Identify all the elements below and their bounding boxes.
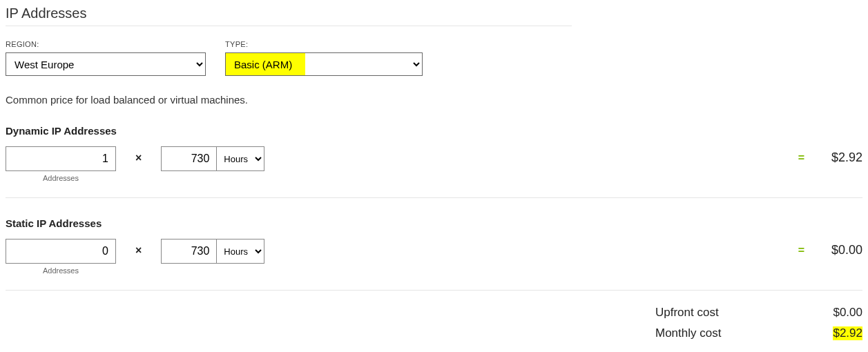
upfront-cost-label: Upfront cost [655, 306, 719, 320]
multiply-icon: × [135, 244, 142, 257]
equals-icon: = [798, 152, 804, 164]
dynamic-addresses-input[interactable] [6, 146, 116, 171]
dynamic-hours-input[interactable] [161, 146, 216, 171]
static-ip-row: Addresses × Hours = $0.00 [6, 239, 862, 291]
totals-block: Upfront cost $0.00 Monthly cost $2.92 [655, 306, 862, 347]
description-text: Common price for load balanced or virtua… [6, 94, 862, 106]
region-label: REGION: [6, 40, 206, 48]
region-select[interactable]: West Europe [6, 52, 206, 76]
static-hours-input[interactable] [161, 239, 216, 264]
region-field-group: REGION: West Europe [6, 40, 206, 76]
monthly-cost-label: Monthly cost [655, 326, 721, 340]
dynamic-price: $2.92 [821, 150, 862, 165]
equals-icon: = [798, 244, 804, 257]
dynamic-ip-row: Addresses × Hours = $2.92 [6, 146, 862, 198]
multiply-icon: × [135, 152, 142, 164]
dynamic-unit-select[interactable]: Hours [216, 146, 264, 171]
dynamic-ip-heading: Dynamic IP Addresses [6, 125, 862, 137]
section-title: IP Addresses [6, 0, 572, 26]
type-label: TYPE: [225, 40, 423, 48]
monthly-cost-value: $2.92 [833, 326, 862, 340]
static-price: $0.00 [821, 243, 862, 257]
static-addresses-sublabel: Addresses [43, 266, 79, 275]
upfront-cost-value: $0.00 [833, 306, 862, 320]
type-field-group: TYPE: Basic (ARM) [225, 40, 423, 76]
type-select[interactable]: Basic (ARM) [225, 52, 423, 76]
static-ip-heading: Static IP Addresses [6, 217, 862, 229]
static-unit-select[interactable]: Hours [216, 239, 264, 264]
static-addresses-input[interactable] [6, 239, 116, 264]
dynamic-addresses-sublabel: Addresses [43, 174, 79, 182]
